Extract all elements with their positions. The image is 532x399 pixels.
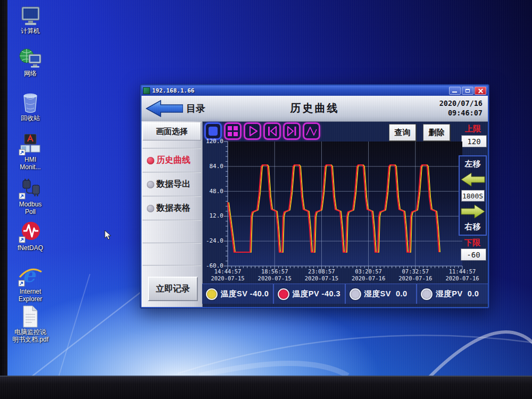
- delete-button[interactable]: 删除: [423, 124, 450, 141]
- pan-left-label: 左移: [465, 159, 481, 169]
- legend-bar: 温度SV -40.0温度PV -40.3湿度SV 0.0湿度PV 0.0: [202, 284, 488, 304]
- pan-right-button[interactable]: [461, 204, 485, 219]
- legend-item[interactable]: 温度SV -40.0: [202, 284, 273, 304]
- desktop-icon-internet-explorer[interactable]: e Internet Explorer: [9, 264, 52, 303]
- recycle-bin-icon: [19, 92, 42, 114]
- upper-limit-label: 上限: [460, 124, 486, 134]
- x-tick-label: 07:32:57 2020-07-16: [392, 268, 439, 282]
- minimize-icon: [452, 92, 457, 93]
- pan-left-button[interactable]: [461, 172, 485, 187]
- legend-item[interactable]: 温度PV -40.3: [273, 284, 345, 304]
- sidebar-item-label: 历史曲线: [156, 155, 190, 166]
- desktop-icon-modbus-poll[interactable]: Modbus Poll: [9, 178, 52, 216]
- desktop-icon-label: 计算机: [9, 28, 52, 35]
- desktop-icon-pdf-manual[interactable]: 电脑监控说 明书文档.pdf: [9, 305, 52, 344]
- monitor-bezel-bottom: [0, 376, 532, 399]
- network-icon: [19, 48, 42, 69]
- monitor-bezel-left: [0, 0, 7, 376]
- window-titlebar[interactable]: 192.168.1.66: [142, 86, 488, 96]
- desktop-icon-recycle-bin[interactable]: 回收站: [9, 92, 52, 122]
- legend-item[interactable]: 湿度SV 0.0: [345, 284, 417, 304]
- interval-value[interactable]: 1800S: [461, 190, 485, 202]
- sidebar-item-data-export[interactable]: 数据导出: [143, 174, 201, 194]
- legend-color-icon: [350, 288, 361, 300]
- desktop-icon-label: HMI Monit...: [9, 156, 52, 171]
- upper-limit-value[interactable]: 120: [461, 135, 487, 147]
- toolbar-curve-mode-button[interactable]: [303, 122, 320, 140]
- close-button[interactable]: [475, 87, 486, 95]
- desktop-icon-fnetdaq[interactable]: fNetDAQ: [9, 221, 52, 252]
- y-tick-label: -24.0: [201, 238, 223, 244]
- date-text: 2020/07/16: [439, 98, 483, 108]
- desktop-icon-network[interactable]: 网络: [9, 48, 52, 78]
- window-title: 192.168.1.66: [152, 87, 449, 94]
- separator: [143, 220, 201, 221]
- desktop-icon-label: Internet Explorer: [9, 288, 52, 303]
- minimize-button[interactable]: [449, 87, 461, 95]
- app-header: 目录 历史曲线 2020/07/16 09:46:07: [142, 96, 488, 122]
- hmi-monitor-icon: [19, 134, 42, 155]
- separator: [143, 265, 201, 266]
- page-title: 历史曲线: [142, 101, 488, 115]
- window-icon: [143, 87, 150, 94]
- sidebar-item-label: 数据表格: [156, 203, 190, 214]
- legend-label: 温度PV -40.3: [293, 289, 340, 299]
- separator: [143, 148, 201, 149]
- y-tick-label: 12.0: [201, 213, 223, 219]
- sidebar-item-label: 数据导出: [156, 179, 190, 190]
- datetime-display: 2020/07/16 09:46:07: [439, 98, 483, 118]
- single-view-icon: [209, 127, 218, 136]
- hmi-screen: 目录 历史曲线 2020/07/16 09:46:07 画面选择 历史曲线: [142, 96, 488, 307]
- lower-limit-value[interactable]: -60: [461, 248, 486, 261]
- record-now-button[interactable]: 立即记录: [148, 277, 198, 301]
- desktop-icon-label: fNetDAQ: [9, 245, 52, 252]
- x-tick-label: 14:44:57 2020-07-15: [204, 268, 252, 282]
- internet-explorer-icon: e: [18, 264, 43, 287]
- legend-label: 湿度SV 0.0: [364, 289, 408, 299]
- x-axis-labels: 14:44:57 2020-07-1518:56:57 2020-07-1523…: [204, 268, 487, 283]
- play-icon: [245, 124, 260, 138]
- sidebar-item-history-curve[interactable]: 历史曲线: [143, 151, 201, 170]
- sidebar-item-data-table[interactable]: 数据表格: [143, 198, 201, 218]
- modbus-poll-icon: [19, 178, 42, 200]
- desktop-icon-label: 回收站: [9, 115, 52, 122]
- maximize-icon: [466, 89, 470, 93]
- skip-to-start-icon: [265, 124, 279, 138]
- toolbar-quad-view-button[interactable]: [224, 122, 242, 140]
- pdf-document-icon: [20, 305, 41, 328]
- plot-background: [228, 142, 462, 266]
- x-tick-label: 11:44:57 2020-07-16: [438, 268, 486, 282]
- y-tick-label: 48.0: [201, 188, 223, 195]
- toolbar-play-button[interactable]: [244, 122, 261, 140]
- skip-to-end-icon: [285, 124, 299, 138]
- desktop-icon-label: Modbus Poll: [9, 201, 52, 216]
- desktop-icon-computer[interactable]: 计算机: [9, 6, 52, 35]
- lower-limit-label: 下限: [460, 238, 485, 248]
- monitor-photo: 计算机 网络 回收站: [0, 0, 532, 399]
- desktop-icon-label: 电脑监控说 明书文档.pdf: [9, 329, 52, 344]
- y-axis-labels: 120.084.048.012.0-24.0-60.0: [203, 142, 226, 266]
- desktop-icon-hmi-monitor[interactable]: HMI Monit...: [9, 134, 52, 171]
- trend-chart[interactable]: [228, 142, 462, 266]
- query-button[interactable]: 查询: [389, 124, 416, 141]
- toolbar-skip-to-end-button[interactable]: [283, 122, 301, 140]
- pan-right-label: 右移: [465, 222, 481, 232]
- legend-color-icon: [278, 288, 289, 300]
- window-controls: [449, 87, 486, 95]
- x-tick-label: 23:08:57 2020-07-15: [297, 268, 345, 282]
- maximize-button[interactable]: [462, 87, 473, 95]
- y-tick-label: 120.0: [201, 138, 223, 145]
- pan-panel: 左移 1800S 右移: [459, 155, 487, 236]
- screen-select-button[interactable]: 画面选择: [143, 122, 201, 140]
- toolbar-skip-to-start-button[interactable]: [263, 122, 281, 140]
- desktop: 计算机 网络 回收站: [7, 0, 532, 376]
- legend-item[interactable]: 湿度PV 0.0: [416, 284, 488, 304]
- separator: [143, 172, 201, 173]
- app-window: 192.168.1.66 目录: [140, 84, 489, 309]
- legend-color-icon: [421, 288, 433, 300]
- mouse-cursor: [104, 230, 113, 240]
- x-tick-label: 03:20:57 2020-07-16: [345, 268, 393, 282]
- radio-selected-icon: [147, 157, 154, 164]
- radio-icon: [147, 181, 154, 188]
- curve-icon: [304, 124, 319, 138]
